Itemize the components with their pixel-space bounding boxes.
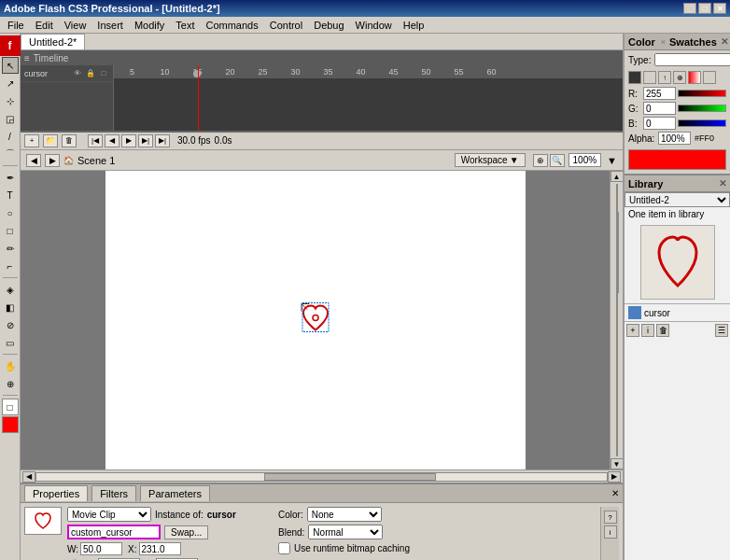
menu-text[interactable]: Text: [170, 19, 200, 32]
scroll-down-button[interactable]: ▼: [611, 458, 624, 469]
color-tool-3[interactable]: ↑: [658, 71, 671, 84]
clip-type-select[interactable]: Movie Clip: [67, 507, 151, 522]
blend-select[interactable]: Normal: [308, 525, 383, 539]
r-input[interactable]: [643, 87, 676, 100]
pen-tool[interactable]: ✒: [2, 169, 19, 186]
line-tool[interactable]: /: [2, 128, 19, 145]
fill-color[interactable]: [2, 416, 19, 433]
close-button[interactable]: ✕: [713, 3, 726, 14]
color-tool-1[interactable]: [628, 71, 641, 84]
b-slider[interactable]: [678, 119, 726, 127]
new-layer-button[interactable]: +: [24, 134, 39, 147]
color-tool-4[interactable]: ⊕: [673, 71, 686, 84]
lasso-tool[interactable]: ⌒: [2, 146, 19, 162]
color-tool-2[interactable]: [643, 71, 656, 84]
menu-modify[interactable]: Modify: [129, 19, 170, 32]
stroke-color[interactable]: □: [2, 399, 19, 415]
color-tool-5[interactable]: [703, 71, 716, 84]
arrow-tool[interactable]: ↖: [2, 57, 19, 74]
menu-window[interactable]: Window: [350, 19, 398, 32]
lib-delete-button[interactable]: 🗑: [656, 324, 669, 337]
zoom-button[interactable]: 🔍: [550, 154, 565, 167]
color-gradient-preview[interactable]: [688, 71, 701, 84]
lib-menu-button[interactable]: ☰: [715, 324, 728, 337]
prev-frame-button[interactable]: ◀: [105, 134, 119, 147]
menu-commands[interactable]: Commands: [200, 19, 263, 32]
tab-filters[interactable]: Filters: [91, 485, 136, 501]
zoom-select-chevron[interactable]: ▼: [607, 155, 617, 166]
goto-first-button[interactable]: |◀: [88, 134, 103, 147]
gradient-tool[interactable]: ◲: [2, 110, 19, 127]
library-panel-close[interactable]: ✕: [719, 178, 726, 189]
swatches-tab-label[interactable]: Swatches: [669, 36, 717, 48]
tab-parameters[interactable]: Parameters: [140, 485, 210, 501]
pencil-tool[interactable]: ✏: [2, 240, 19, 257]
color-type-input[interactable]: [654, 53, 730, 66]
menu-file[interactable]: File: [2, 19, 30, 32]
cache-checkbox[interactable]: [278, 542, 290, 554]
scroll-up-button[interactable]: ▲: [611, 171, 624, 182]
h-scrollbar-thumb[interactable]: [264, 473, 435, 481]
r-slider[interactable]: [678, 90, 726, 97]
tab-properties[interactable]: Properties: [24, 485, 88, 501]
x-input[interactable]: [139, 542, 181, 555]
play-button[interactable]: ▶: [121, 134, 136, 147]
menu-insert[interactable]: Insert: [91, 19, 129, 32]
scroll-right-button[interactable]: ▶: [608, 471, 621, 483]
scroll-thumb[interactable]: [617, 212, 619, 293]
frames-area[interactable]: 5 10 15 20 25 30 35 40 45 50 55 60: [114, 65, 623, 131]
oval-tool[interactable]: ○: [2, 204, 19, 221]
menu-edit[interactable]: Edit: [30, 19, 59, 32]
bucket-tool[interactable]: ◧: [2, 299, 19, 315]
brush-tool[interactable]: ⌐: [2, 258, 19, 274]
instance-name-input[interactable]: [67, 525, 161, 539]
next-frame-button[interactable]: ▶|: [138, 134, 153, 147]
menu-help[interactable]: Help: [398, 19, 430, 32]
rect-tool[interactable]: □: [2, 222, 19, 239]
minimize-button[interactable]: _: [683, 3, 696, 14]
forward-scene-button[interactable]: ▶: [45, 154, 60, 167]
scroll-left-button[interactable]: ◀: [22, 471, 35, 483]
menu-view[interactable]: View: [59, 19, 92, 32]
title-bar-controls[interactable]: _ □ ✕: [683, 3, 726, 14]
stage-bottom-scrollbar[interactable]: ◀ ▶: [21, 469, 623, 483]
goto-last-button[interactable]: ▶|: [155, 134, 170, 147]
lock-icon[interactable]: 🔒: [85, 68, 96, 79]
snap-button[interactable]: ⊕: [533, 154, 548, 167]
menu-debug[interactable]: Debug: [308, 19, 349, 32]
subselect-tool[interactable]: ↗: [2, 75, 19, 91]
properties-close-button[interactable]: ✕: [611, 488, 619, 498]
lib-props-button[interactable]: i: [641, 324, 654, 337]
props-help-button[interactable]: i: [604, 525, 617, 539]
doc-tab-active[interactable]: Untitled-2*: [21, 34, 85, 49]
back-scene-button[interactable]: ◀: [26, 154, 41, 167]
stage[interactable]: [21, 171, 610, 469]
alpha-input[interactable]: [658, 132, 691, 145]
lib-new-button[interactable]: +: [626, 324, 639, 337]
workspace-button[interactable]: Workspace ▼: [455, 153, 526, 167]
eye-icon[interactable]: 👁: [72, 68, 83, 79]
menu-control[interactable]: Control: [264, 19, 308, 32]
color-panel-close[interactable]: ✕: [721, 36, 728, 47]
color-select[interactable]: None: [307, 507, 382, 522]
g-input[interactable]: [643, 102, 676, 115]
swap-button[interactable]: Swap...: [164, 525, 208, 539]
hand-tool[interactable]: ✋: [2, 357, 19, 374]
props-expand-button[interactable]: ?: [604, 511, 617, 524]
delete-layer-button[interactable]: 🗑: [62, 134, 77, 147]
maximize-button[interactable]: □: [698, 3, 711, 14]
g-slider[interactable]: [678, 105, 726, 112]
stage-right-scrollbar[interactable]: ▲ ▼: [610, 171, 623, 469]
zoom-tool[interactable]: ⊕: [2, 375, 19, 392]
free-transform-tool[interactable]: ⊹: [2, 92, 19, 109]
dropper-tool[interactable]: ⊘: [2, 316, 19, 333]
add-folder-button[interactable]: 📁: [43, 134, 58, 147]
eraser-tool[interactable]: ▭: [2, 334, 19, 351]
ink-bottle-tool[interactable]: ◈: [2, 281, 19, 298]
library-doc-select[interactable]: Untitled-2: [625, 192, 730, 207]
text-tool[interactable]: T: [2, 187, 19, 203]
width-input[interactable]: [80, 542, 122, 555]
outline-icon[interactable]: □: [98, 68, 109, 79]
b-input[interactable]: [643, 117, 676, 130]
cursor-object[interactable]: [292, 295, 339, 342]
